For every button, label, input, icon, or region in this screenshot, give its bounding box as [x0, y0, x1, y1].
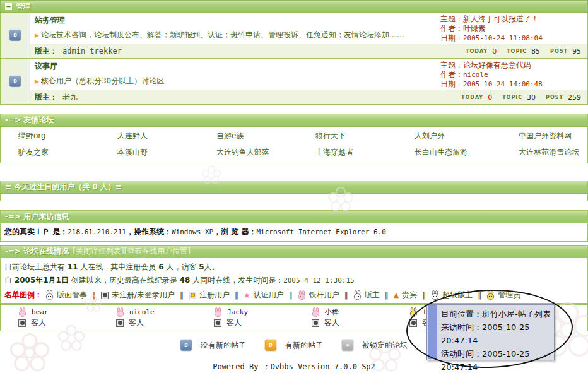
- no-new-posts-icon: D: [9, 30, 21, 41]
- today-count: 0: [492, 47, 497, 56]
- rabbit-yellow-icon: [486, 290, 495, 300]
- forum-stats: TODAY 0 TOPIC 85 POST 95: [466, 47, 587, 56]
- last-author-link[interactable]: nicole: [463, 71, 488, 79]
- topic-count: 30: [527, 93, 536, 102]
- online-user: nicole 客人: [98, 307, 196, 328]
- section-title: ≡ 今天过生日的用户（共 0 人）≡: [5, 182, 122, 192]
- moderator-label: 版主：: [35, 46, 57, 57]
- user-legend-line: 名单图例： 版面管事‖ 未注册/未登录用户‖ 注册用户‖ ★ 认证用户‖ 铁杆用…: [1, 288, 587, 303]
- forum-description: ▶ 核心用户（总积分30分以上）讨论区: [35, 76, 440, 86]
- friend-forum-link[interactable]: 中国户外资料网: [519, 131, 587, 141]
- os-value: Windows XP: [172, 228, 213, 236]
- online-header-links[interactable]: [关闭详细列表][查看在线用户位置]: [73, 246, 191, 257]
- friend-forum-link[interactable]: 大刘户外: [415, 131, 519, 141]
- visitor-info-section: -=> 用户来访信息 您的真实ＩＰ 是：218.61.210.211，操作系统：…: [0, 210, 588, 242]
- play-arrow-icon: ▶: [35, 78, 39, 85]
- collapse-icon[interactable]: −: [5, 3, 12, 10]
- tooltip-visit-line: 来访时间：2005-10-25 20:47:14: [441, 321, 554, 347]
- forum-status-cell: D: [1, 59, 30, 104]
- user-link[interactable]: Jacky: [227, 308, 248, 316]
- browser-label: ，浏 览 器：: [213, 227, 256, 236]
- friend-forum-link[interactable]: 大连野人: [117, 131, 216, 141]
- guest-icon: [409, 319, 417, 327]
- rabbit-white-icon: [45, 290, 54, 300]
- friend-forum-link[interactable]: 大连钓鱼人部落: [216, 147, 315, 158]
- friend-forums-section: -=> 友情论坛 绿野org 大连野人 自游e族 狼行天下 大刘户外 中国户外资…: [0, 114, 588, 163]
- rabbit-pink-icon: [116, 307, 124, 317]
- friend-forum-link[interactable]: 狼行天下: [315, 131, 415, 141]
- visitor-info-header: -=> 用户来访信息: [1, 211, 587, 223]
- forum-stats: TODAY 0 TOPIC 30 POST 259: [461, 93, 587, 102]
- triangle-icon: ▲: [394, 291, 399, 299]
- rabbit-pink-icon: [214, 307, 222, 317]
- forum-row: D 议事厅 ▶ 核心用户（总积分30分以上）讨论区 主题：论坛好像有恶意代码 作…: [1, 58, 587, 104]
- online-guests: 5: [199, 263, 204, 271]
- unregistered-user-icon: [101, 292, 109, 299]
- section-title: -=> 用户来访信息: [5, 211, 69, 222]
- rabbit-white-icon: [431, 290, 439, 300]
- rabbit-yellow-icon: [409, 307, 418, 317]
- forum-status-cell: D: [1, 13, 30, 58]
- section-title: -=> 友情论坛: [5, 115, 54, 126]
- last-topic-link[interactable]: 论坛好像有恶意代码: [463, 61, 531, 69]
- friend-forum-link[interactable]: 长白山生态旅游: [415, 147, 519, 158]
- user-info-tooltip: 目前位置：斑竹小屋-帖子列表 来访时间：2005-10-25 20:47:14 …: [426, 304, 555, 360]
- guest-icon: [18, 319, 26, 327]
- tooltip-active-line: 活动时间：2005-10-25 20:47:14: [441, 347, 554, 373]
- rabbit-pink-icon: [18, 307, 26, 317]
- friend-forum-link[interactable]: 绿野org: [18, 131, 117, 141]
- last-topic-link[interactable]: 新人终于可以报道了！: [463, 15, 539, 23]
- user-link[interactable]: nicole: [129, 308, 155, 316]
- online-status-header: -=> 论坛在线情况 [关闭详细列表][查看在线用户位置]: [1, 246, 587, 258]
- x-gray-icon: ×: [342, 340, 353, 351]
- post-count: 259: [568, 93, 581, 102]
- last-post-info: 主题：新人终于可以报道了！ 作者：叶绿素 日期：2005-10-24 11:08…: [440, 13, 587, 44]
- birthday-section: ≡ 今天过生日的用户（共 0 人）≡: [0, 181, 588, 201]
- online-user: Jacky 客人: [196, 307, 294, 328]
- friend-forum-link[interactable]: 上海穿越者: [315, 147, 415, 158]
- guest-icon: [214, 319, 221, 327]
- moderator-links[interactable]: admin trekker: [62, 47, 122, 56]
- forum-page: − 管理 D 站务管理 ▶ 论坛技术咨询，论坛制度公布、解答；新驴报到、认证；斑…: [0, 0, 588, 373]
- friend-forums-header: -=> 友情论坛: [1, 114, 587, 127]
- forum-link[interactable]: 站务管理: [35, 15, 440, 26]
- online-user: 小桦 客人: [294, 307, 392, 328]
- user-link[interactable]: bear: [32, 308, 49, 316]
- rabbit-white-icon: [353, 290, 362, 300]
- d-blue-icon: D: [180, 340, 192, 351]
- online-user: bear 客人: [1, 307, 98, 328]
- last-post-date: 2005-10-24 11:08:04: [463, 34, 543, 42]
- last-post-info: 主题：论坛好像有恶意代码 作者：nicole 日期：2005-10-24 14:…: [440, 59, 587, 90]
- post-count: 95: [572, 47, 581, 56]
- category-header-management: − 管理: [0, 0, 588, 13]
- moderator-links[interactable]: 老九: [62, 92, 78, 103]
- registered-user-icon: [189, 292, 196, 299]
- d-orange-icon: D: [265, 340, 276, 351]
- user-link[interactable]: 小桦: [325, 307, 339, 317]
- rabbit-pink-icon: [312, 307, 320, 317]
- last-author-link[interactable]: 叶绿素: [463, 24, 486, 33]
- online-members: 6: [158, 263, 163, 271]
- forum-row: D 站务管理 ▶ 论坛技术咨询，论坛制度公布、解答；新驴报到、认证；斑竹申请、管…: [1, 13, 587, 58]
- friend-forum-link[interactable]: 大连林苑滑雪论坛: [519, 147, 587, 158]
- rabbit-pink-icon: [298, 290, 306, 300]
- friend-forum-link[interactable]: 本溪山野: [117, 147, 216, 158]
- online-total: 11: [68, 263, 78, 271]
- online-summary: 目前论坛上总共有 11 人在线，其中注册会员 6 人，访客 5人。 自 2005…: [1, 258, 587, 288]
- ip-label: 您的真实ＩＰ 是：: [4, 227, 68, 236]
- legend-caption: 名单图例：: [4, 290, 42, 300]
- topic-count: 85: [531, 47, 540, 56]
- forum-link[interactable]: 议事厅: [35, 61, 440, 72]
- visitor-info-line: 您的真实ＩＰ 是：218.61.210.211，操作系统：Windows XP，…: [1, 223, 587, 241]
- online-record-line: 自 2005年1月1日 创建以来，历史最高在线纪录是 48 人同时在线，发生时间…: [4, 274, 587, 287]
- guest-icon: [312, 319, 319, 327]
- friend-forum-link[interactable]: 驴友之家: [18, 147, 117, 158]
- friend-forum-link[interactable]: 自游e族: [216, 131, 315, 141]
- friend-forums-list: 绿野org 大连野人 自游e族 狼行天下 大刘户外 中国户外资料网 驴友之家 本…: [1, 127, 587, 163]
- selection-highlight: [428, 305, 437, 359]
- forum-description: ▶ 论坛技术咨询，论坛制度公布、解答；新驴报到、认证；斑竹申请、管理投诉、任免通…: [35, 30, 440, 40]
- forum-table: D 站务管理 ▶ 论坛技术咨询，论坛制度公布、解答；新驴报到、认证；斑竹申请、管…: [0, 13, 588, 105]
- section-title: -=> 论坛在线情况: [5, 246, 69, 257]
- category-title: 管理: [16, 1, 31, 12]
- online-status-section: -=> 论坛在线情况 [关闭详细列表][查看在线用户位置] 目前论坛上总共有 1…: [0, 245, 588, 304]
